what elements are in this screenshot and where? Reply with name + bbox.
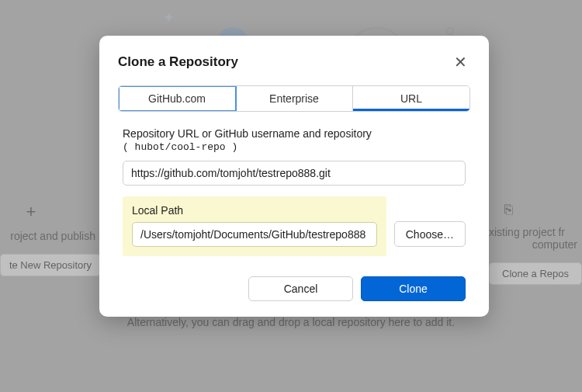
bg-clone-text2: computer: [489, 238, 582, 251]
bg-clone-button: Clone a Repos: [489, 262, 582, 285]
form-body: Repository URL or GitHub username and re…: [118, 127, 470, 256]
dialog-title: Clone a Repository: [118, 54, 238, 70]
bg-clone-repo-card: ⎘ xisting project fr computer Clone a Re…: [489, 202, 582, 285]
repo-url-input[interactable]: [123, 161, 466, 186]
bg-create-button: te New Repository: [0, 254, 101, 276]
local-path-label: Local Path: [132, 204, 377, 217]
tab-bar: GitHub.com Enterprise URL: [118, 85, 470, 112]
repo-url-label-text: Repository URL or GitHub username and re…: [123, 127, 372, 140]
repo-url-example: ( hubot/cool-repo ): [123, 141, 237, 153]
bg-footer-hint: Alternatively, you can drag and drop a l…: [0, 316, 582, 328]
dialog-header: Clone a Repository ✕: [118, 53, 470, 71]
close-icon: ✕: [454, 54, 467, 71]
bg-clone-text: xisting project fr: [489, 226, 582, 238]
tab-url[interactable]: URL: [353, 86, 469, 111]
local-path-highlight: Local Path: [123, 196, 386, 256]
tab-github-com[interactable]: GitHub.com: [119, 86, 236, 111]
choose-path-button[interactable]: Choose…: [394, 221, 466, 247]
cancel-button[interactable]: Cancel: [248, 276, 353, 301]
clone-button[interactable]: Clone: [361, 276, 466, 301]
close-button[interactable]: ✕: [451, 53, 470, 71]
repo-url-label: Repository URL or GitHub username and re…: [123, 127, 466, 153]
clone-repository-dialog: Clone a Repository ✕ GitHub.com Enterpri…: [99, 36, 489, 317]
local-path-row: Local Path Choose…: [123, 186, 466, 256]
bg-create-repo-card: + roject and publish i te New Repository: [0, 202, 101, 276]
repo-icon: ⎘: [489, 202, 582, 218]
sparkle-icon: ✦: [163, 9, 175, 26]
plus-icon: +: [0, 202, 101, 222]
dialog-footer: Cancel Clone: [118, 276, 470, 301]
tab-enterprise[interactable]: Enterprise: [236, 86, 353, 111]
local-path-input[interactable]: [132, 222, 377, 247]
decorative-dot: [446, 27, 454, 35]
bg-create-text: roject and publish i: [0, 230, 101, 242]
